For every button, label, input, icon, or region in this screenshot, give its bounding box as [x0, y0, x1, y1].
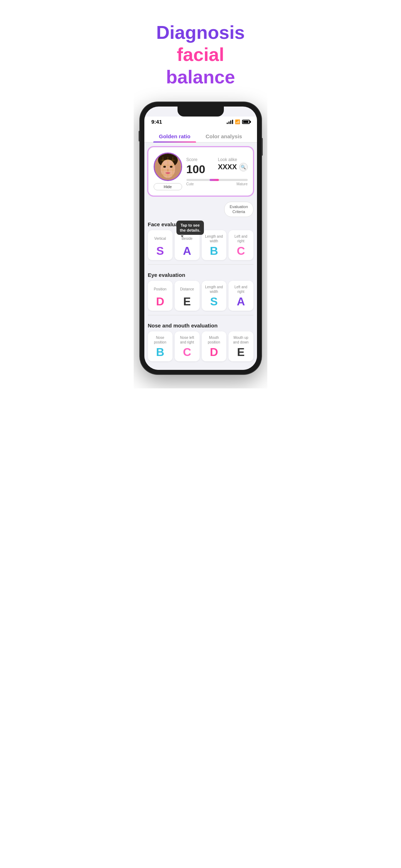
divider-1 [148, 264, 253, 265]
status-time: 9:41 [151, 119, 162, 125]
eye-distance-card[interactable]: Distance E [175, 281, 200, 311]
nose-position-grade: B [150, 346, 171, 358]
progress-labels: Cute Mature [186, 182, 248, 186]
svg-point-4 [170, 166, 172, 168]
signal-icon [227, 120, 233, 124]
hero-title: Diagnosis facial balance [134, 0, 267, 102]
nose-position-card[interactable]: Nose position B [148, 331, 173, 361]
mouth-up-down-card[interactable]: Mouth up and down E [228, 331, 253, 361]
avatar-container: Hide [154, 153, 182, 190]
look-alike-label: Look alike [218, 157, 247, 162]
phone-notch [178, 107, 224, 117]
tab-bar: Golden ratio Color analysis [144, 126, 257, 143]
face-left-right-label: Left and right [231, 234, 251, 244]
mouth-position-label: Mouth position [204, 335, 225, 345]
score-value: 100 [186, 163, 211, 176]
face-left-right-card[interactable]: Left and right C [228, 230, 253, 260]
mature-label: Mature [236, 182, 247, 186]
face-left-right-grade: C [231, 245, 251, 257]
app-content: Golden ratio Color analysis [144, 126, 257, 370]
face-length-width-grade: B [204, 245, 225, 257]
face-length-width-label: Length and width [204, 234, 225, 244]
nose-mouth-eval-title: Nose and mouth evaluation [148, 322, 253, 329]
face-vertical-label: Vertical [150, 234, 171, 244]
tab-color-analysis[interactable]: Color analysis [200, 130, 248, 142]
page-wrapper: Diagnosis facial balance 9:41 [134, 0, 267, 388]
face-beside-grade: A [177, 245, 197, 257]
face-vertical-card[interactable]: Vertical S [148, 230, 173, 260]
score-info: Score 100 Look alike XXXX 🔍 [186, 157, 248, 186]
score-column: Score 100 [186, 157, 211, 176]
nose-left-right-card[interactable]: Nose left and right C [175, 331, 200, 361]
tooltip-bubble: Tap to seethe details. [176, 221, 204, 235]
phone-frame-wrapper: 9:41 📶 [134, 102, 267, 374]
score-card: Hide Score 100 Look alike [148, 147, 253, 196]
status-icons: 📶 [227, 119, 250, 124]
eye-length-width-card[interactable]: Length and width S [202, 281, 227, 311]
nose-mouth-eval-grid: Nose position B Nose left and right C Mo… [148, 331, 253, 361]
svg-point-13 [166, 172, 170, 174]
nose-left-right-grade: C [177, 346, 197, 358]
face-image [155, 154, 181, 180]
face-beside-label: Beside [177, 234, 197, 244]
hide-button[interactable]: Hide [154, 183, 182, 190]
nose-mouth-eval-section: Nose and mouth evaluation Nose position … [144, 318, 257, 363]
eye-position-grade: D [150, 296, 171, 307]
status-bar: 9:41 📶 [144, 117, 257, 126]
look-alike-value: XXXX [218, 163, 237, 171]
hero-word-diagnosis: Diagnosis [156, 22, 245, 43]
bottom-padding [144, 363, 257, 370]
progress-container: Cute Mature [186, 179, 248, 186]
eye-length-width-label: Length and width [204, 284, 225, 294]
cute-label: Cute [186, 182, 194, 186]
eye-left-right-card[interactable]: Left and right A [228, 281, 253, 311]
eval-criteria-button[interactable]: EvaluationCriteria [224, 202, 253, 217]
divider-2 [148, 315, 253, 315]
avatar [154, 153, 182, 181]
look-alike-column: Look alike XXXX 🔍 [218, 157, 247, 176]
mouth-up-down-label: Mouth up and down [231, 335, 251, 345]
eye-eval-grid: Position D Distance E Length and width S [148, 281, 253, 311]
search-button[interactable]: 🔍 [239, 163, 248, 171]
battery-icon [242, 120, 250, 124]
mouth-up-down-grade: E [231, 346, 251, 358]
eye-eval-title: Eye evaluation [148, 272, 253, 278]
eye-left-right-grade: A [231, 296, 251, 307]
mouth-position-card[interactable]: Mouth position D [202, 331, 227, 361]
nose-left-right-label: Nose left and right [177, 335, 197, 345]
mouth-position-grade: D [204, 346, 225, 358]
face-length-width-card[interactable]: Length and width B [202, 230, 227, 260]
eye-position-card[interactable]: Position D [148, 281, 173, 311]
eval-criteria-container: EvaluationCriteria [144, 200, 257, 217]
svg-point-3 [163, 166, 166, 168]
phone-frame: 9:41 📶 [140, 102, 261, 374]
eye-eval-section: Eye evaluation Position D Distance E [144, 268, 257, 312]
eye-position-label: Position [150, 284, 171, 294]
eye-length-width-grade: S [204, 296, 225, 307]
face-eval-title: Face evaluation Tap to seethe details. [148, 221, 253, 227]
wifi-icon: 📶 [235, 119, 240, 124]
score-row: Score 100 Look alike XXXX 🔍 [186, 157, 248, 176]
tab-golden-ratio[interactable]: Golden ratio [153, 130, 196, 142]
look-alike-row: XXXX 🔍 [218, 163, 247, 171]
face-vertical-grade: S [150, 245, 171, 257]
face-eval-section: Face evaluation Tap to seethe details. V… [144, 217, 257, 262]
hero-word-balance: balance [166, 67, 235, 87]
eye-distance-label: Distance [177, 284, 197, 294]
eye-distance-grade: E [177, 296, 197, 307]
cute-mature-bar [186, 179, 248, 181]
eye-left-right-label: Left and right [231, 284, 251, 294]
phone-screen: 9:41 📶 [144, 107, 257, 370]
score-label: Score [186, 157, 211, 162]
progress-fill [210, 179, 219, 181]
hero-word-facial: facial [177, 44, 224, 65]
nose-position-label: Nose position [150, 335, 171, 345]
